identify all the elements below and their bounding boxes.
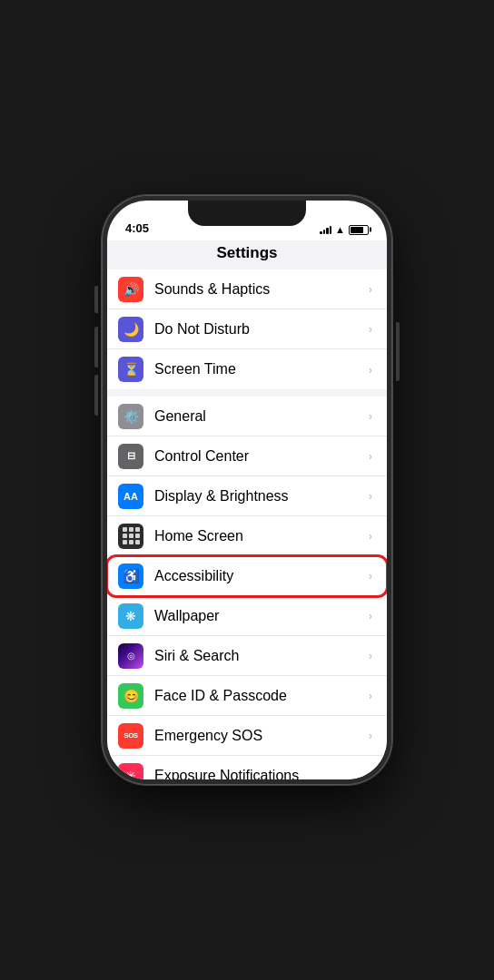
settings-item-control-center[interactable]: ⊟ Control Center ›: [107, 436, 387, 476]
settings-group-2: ⚙️ General › ⊟ Control Center › AA: [107, 397, 387, 779]
wifi-icon: ▲: [335, 224, 345, 235]
screen-time-icon: ⏳: [118, 357, 143, 382]
chevron-icon: ›: [369, 729, 372, 742]
general-label: General: [154, 408, 369, 425]
exposure-icon: ✳: [118, 763, 143, 780]
settings-item-do-not-disturb[interactable]: 🌙 Do Not Disturb ›: [107, 309, 387, 349]
settings-item-exposure[interactable]: ✳ Exposure Notifications ›: [107, 756, 387, 779]
chevron-icon: ›: [369, 409, 372, 423]
wallpaper-label: Wallpaper: [154, 608, 369, 624]
screen-time-label: Screen Time: [154, 361, 369, 377]
control-center-label: Control Center: [154, 448, 369, 465]
display-brightness-label: Display & Brightness: [154, 488, 369, 505]
wallpaper-icon: ❋: [118, 603, 143, 629]
phone-screen: 4:05 ▲ Settings: [107, 201, 387, 779]
volume-down-button[interactable]: [94, 375, 98, 416]
status-icons: ▲: [320, 224, 369, 235]
page-title: Settings: [107, 240, 387, 270]
settings-item-wallpaper[interactable]: ❋ Wallpaper ›: [107, 596, 387, 636]
chevron-icon: ›: [369, 569, 372, 583]
do-not-disturb-label: Do Not Disturb: [154, 321, 369, 338]
chevron-icon: ›: [369, 489, 372, 503]
volume-up-button[interactable]: [94, 327, 98, 368]
signal-bar-4: [330, 226, 332, 234]
battery-icon: [349, 225, 369, 235]
settings-scroll[interactable]: Settings 🔊 Sounds & Haptics › 🌙 Do Not D…: [107, 240, 387, 779]
notch: [188, 201, 306, 226]
settings-item-accessibility[interactable]: ♿ Accessibility ›: [107, 556, 387, 596]
phone-frame: 4:05 ▲ Settings: [102, 195, 392, 785]
settings-item-sounds[interactable]: 🔊 Sounds & Haptics ›: [107, 270, 387, 309]
chevron-icon: ›: [369, 529, 372, 543]
accessibility-icon: ♿: [118, 564, 143, 589]
status-time: 4:05: [125, 221, 149, 235]
signal-bar-3: [326, 228, 329, 234]
settings-item-general[interactable]: ⚙️ General ›: [107, 397, 387, 436]
emergency-sos-icon: SOS: [118, 723, 143, 749]
chevron-icon: ›: [369, 609, 372, 622]
settings-item-emergency-sos[interactable]: SOS Emergency SOS ›: [107, 716, 387, 756]
exposure-label: Exposure Notifications: [154, 768, 369, 780]
control-center-icon: ⊟: [118, 444, 143, 469]
chevron-icon: ›: [369, 363, 372, 377]
signal-bar-1: [320, 231, 322, 234]
face-id-icon: 😊: [118, 683, 143, 709]
settings-item-face-id[interactable]: 😊 Face ID & Passcode ›: [107, 676, 387, 716]
accessibility-label: Accessibility: [154, 568, 369, 584]
do-not-disturb-icon: 🌙: [118, 317, 143, 342]
chevron-icon: ›: [369, 689, 372, 702]
chevron-icon: ›: [369, 449, 372, 463]
chevron-icon: ›: [369, 769, 372, 779]
power-button[interactable]: [396, 322, 400, 381]
sounds-label: Sounds & Haptics: [154, 281, 369, 298]
signal-icon: [320, 225, 331, 234]
sounds-icon: 🔊: [118, 277, 143, 302]
settings-item-screen-time[interactable]: ⏳ Screen Time ›: [107, 349, 387, 389]
siri-search-label: Siri & Search: [154, 648, 369, 664]
settings-item-home-screen[interactable]: Home Screen ›: [107, 516, 387, 556]
homescreen-dots: [123, 527, 140, 544]
home-screen-label: Home Screen: [154, 528, 369, 544]
home-screen-icon: [118, 524, 143, 549]
settings-group-1: 🔊 Sounds & Haptics › 🌙 Do Not Disturb › …: [107, 270, 387, 389]
settings-item-display-brightness[interactable]: AA Display & Brightness ›: [107, 476, 387, 516]
emergency-sos-label: Emergency SOS: [154, 728, 369, 744]
display-brightness-icon: AA: [118, 484, 143, 509]
general-icon: ⚙️: [118, 404, 143, 429]
chevron-icon: ›: [369, 649, 372, 662]
mute-button[interactable]: [94, 286, 98, 313]
face-id-label: Face ID & Passcode: [154, 688, 369, 704]
signal-bar-2: [323, 230, 326, 234]
chevron-icon: ›: [369, 282, 372, 296]
siri-icon: ◎: [118, 643, 143, 669]
battery-fill: [351, 227, 363, 233]
settings-item-siri-search[interactable]: ◎ Siri & Search ›: [107, 636, 387, 676]
chevron-icon: ›: [369, 322, 372, 336]
